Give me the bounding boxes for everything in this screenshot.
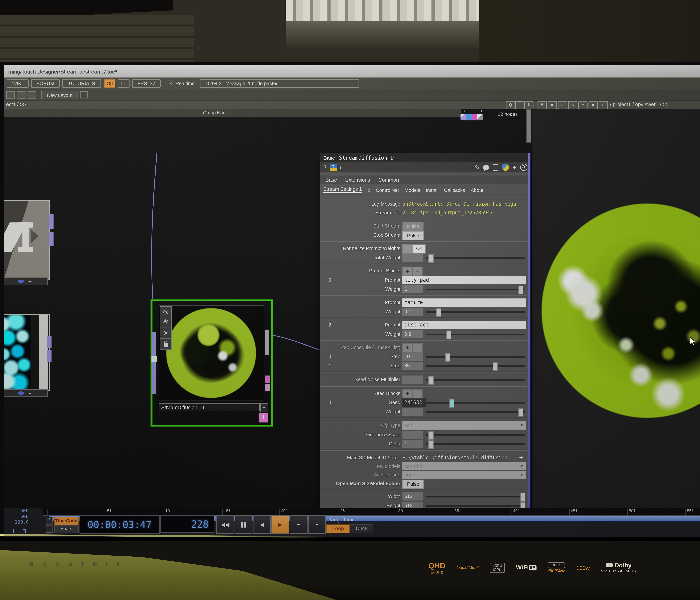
- tab-models[interactable]: Models: [405, 187, 420, 193]
- expert-mode-icon[interactable]: [520, 164, 527, 171]
- slider-track[interactable]: [426, 257, 525, 258]
- viewer-star-icon[interactable]: ★: [589, 101, 598, 109]
- once-button[interactable]: Once: [350, 525, 373, 533]
- slider-track[interactable]: [426, 496, 525, 497]
- node-output-connector[interactable]: [49, 232, 54, 246]
- fps-cap-field[interactable]: 60: [118, 79, 129, 88]
- lock-icon[interactable]: [160, 339, 171, 350]
- tab-base[interactable]: Base: [325, 177, 337, 183]
- dialog-scrollbar[interactable]: [528, 153, 530, 508]
- tab-stream-settings-1[interactable]: Stream Settings 1: [323, 186, 362, 193]
- slider-track[interactable]: [426, 379, 525, 380]
- guidance-scale-field[interactable]: 1: [402, 431, 423, 439]
- comment-bubble-icon[interactable]: [483, 165, 489, 170]
- viewer-forward-icon[interactable]: ⇨: [568, 101, 577, 109]
- left-pane-split-button[interactable]: ⇩: [524, 101, 533, 109]
- forum-button[interactable]: FORUM: [31, 79, 60, 88]
- remove-block-button[interactable]: -: [412, 267, 423, 276]
- total-weight-field[interactable]: 1: [402, 254, 423, 262]
- slider-handle[interactable]: [520, 493, 525, 502]
- slider-handle[interactable]: [436, 308, 441, 317]
- node-chop-connector[interactable]: [265, 384, 270, 391]
- model-path-add-button[interactable]: +: [519, 454, 523, 461]
- end-frame-value[interactable]: 600: [9, 508, 29, 514]
- viewer-fill-icon[interactable]: ■: [548, 101, 557, 109]
- stop-stream-pulse-button[interactable]: Pulse: [402, 231, 424, 240]
- step-forward-button[interactable]: +: [308, 515, 326, 534]
- slider-handle[interactable]: [493, 362, 498, 371]
- add-parameter-icon[interactable]: +: [513, 164, 517, 171]
- timeline-settings-values[interactable]: 600 600 120.0: [9, 508, 29, 525]
- node-viewer[interactable]: [159, 305, 264, 401]
- add-seed-button[interactable]: +: [402, 389, 412, 399]
- model-path-value[interactable]: E:\Stable Diffusion\stable-diffusion: [402, 455, 507, 460]
- viewer-dropdown-icon[interactable]: ▼: [538, 101, 547, 109]
- prompt-0-input[interactable]: lily pad: [402, 276, 526, 284]
- slider-track[interactable]: [426, 334, 525, 335]
- python-help-button[interactable]: ?: [330, 164, 336, 171]
- slider-handle[interactable]: [428, 440, 433, 449]
- node-noise[interactable]: [4, 314, 50, 391]
- range-end-value[interactable]: 600: [9, 514, 29, 519]
- slider-track[interactable]: [426, 311, 525, 312]
- op-viewer-pane[interactable]: [532, 109, 700, 508]
- stepper-arrows-icon[interactable]: ⇅⇅: [12, 528, 33, 534]
- step-1-field[interactable]: 35: [402, 362, 423, 370]
- weight-0-field[interactable]: 1: [402, 285, 423, 293]
- dialog-header[interactable]: Base StreamDiffusionTD: [320, 153, 530, 162]
- layout-preset-icon-1[interactable]: [6, 91, 15, 99]
- left-pane-zero-button[interactable]: 0: [506, 101, 515, 109]
- seed-weight-field[interactable]: 1: [402, 408, 423, 416]
- viewer-home-icon[interactable]: ⌂: [599, 101, 608, 109]
- timecode-mode-button[interactable]: TimeCode: [54, 517, 78, 526]
- node-add-button[interactable]: +: [260, 403, 268, 412]
- realtime-toggle[interactable]: x Realtime: [168, 81, 195, 86]
- slider-track[interactable]: [426, 443, 525, 445]
- prompt-1-input[interactable]: nature: [402, 298, 526, 307]
- tab-about[interactable]: About: [471, 187, 483, 193]
- network-breadcrumb[interactable]: ect1 / >>: [6, 101, 26, 107]
- weight-1-field[interactable]: 0.1: [402, 308, 423, 316]
- comment-edit-icon[interactable]: ✎: [475, 164, 480, 171]
- tab-callbacks[interactable]: Callbacks: [444, 187, 465, 193]
- slider-track[interactable]: [426, 289, 525, 290]
- slider-handle[interactable]: [428, 254, 433, 263]
- pause-button[interactable]: [235, 515, 253, 534]
- power-toggle[interactable]: O|I: [104, 79, 116, 88]
- slider-handle[interactable]: [428, 376, 433, 385]
- add-layout-button[interactable]: +: [80, 91, 88, 98]
- add-block-button[interactable]: +: [402, 267, 412, 276]
- slider-track[interactable]: [426, 434, 525, 435]
- node-output-connector[interactable]: [265, 330, 269, 355]
- node-chop-connector[interactable]: [265, 376, 270, 383]
- slider-track[interactable]: [426, 356, 525, 357]
- acceleration-dropdown[interactable]: none▼: [402, 471, 526, 479]
- slider-handle[interactable]: [449, 399, 454, 408]
- cfg-type-dropdown[interactable]: self▼: [402, 422, 526, 430]
- node-input-connector[interactable]: [152, 332, 156, 356]
- delta-field[interactable]: 1: [402, 440, 423, 448]
- copy-parameters-icon[interactable]: [493, 164, 498, 171]
- wiki-button[interactable]: WIKI: [6, 79, 28, 88]
- layout-preset-icon-2[interactable]: [17, 91, 25, 99]
- slider-track[interactable]: [426, 365, 525, 366]
- open-folder-pulse-button[interactable]: Pulse: [402, 480, 424, 489]
- play-reverse-button[interactable]: ◀: [253, 515, 271, 534]
- slider-handle[interactable]: [428, 431, 433, 440]
- tab-2[interactable]: 2: [368, 187, 370, 193]
- slider-handle[interactable]: [445, 353, 450, 362]
- remove-seed-button[interactable]: -: [412, 389, 423, 399]
- viewer-add-icon[interactable]: +: [578, 101, 588, 109]
- slider-handle[interactable]: [446, 331, 451, 339]
- width-field[interactable]: 512: [402, 492, 423, 500]
- slider-handle[interactable]: [518, 286, 523, 294]
- node-moviefilein[interactable]: [4, 200, 50, 280]
- tab-common[interactable]: Common: [378, 177, 399, 183]
- start-stream-pulse-button[interactable]: Pulse: [402, 222, 424, 231]
- parameter-dialog[interactable]: Base StreamDiffusionTD ? ? i ✎ + Base Ex…: [320, 153, 530, 508]
- my-models-dropdown[interactable]: sd-turbo▼: [402, 462, 526, 470]
- tutorials-button[interactable]: TUTORIALS: [62, 79, 101, 88]
- weight-2-field[interactable]: 0.2: [402, 330, 423, 338]
- node-streamdiffusiontd[interactable]: ◎ ✕ StreamDiffusionTD + ⬇: [151, 299, 273, 427]
- display-toggle-icon[interactable]: ◎: [160, 307, 171, 317]
